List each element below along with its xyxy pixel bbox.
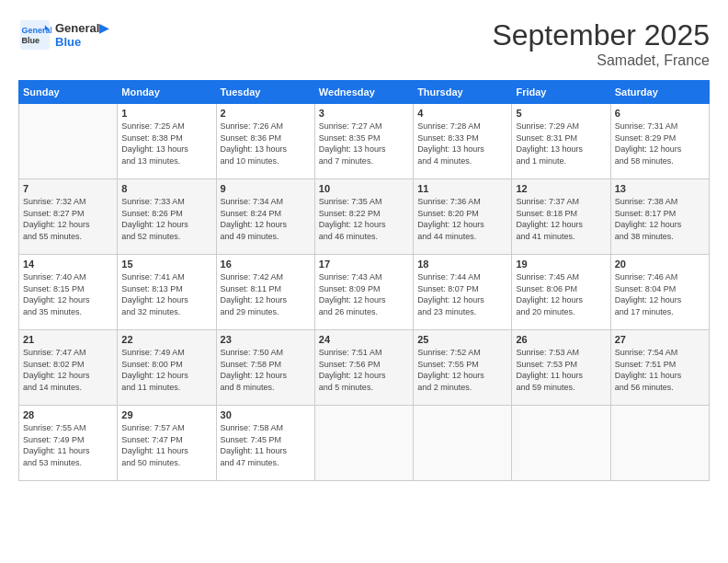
day-cell: 25Sunrise: 7:52 AM Sunset: 7:55 PM Dayli… [414,330,512,406]
page: General Blue General▶ Blue September 202… [0,0,728,563]
day-number: 7 [23,183,113,194]
day-cell [610,406,709,481]
day-cell: 8Sunrise: 7:33 AM Sunset: 8:26 PM Daylig… [118,179,216,255]
week-row-1: 1Sunrise: 7:25 AM Sunset: 8:38 PM Daylig… [19,104,710,179]
day-number: 26 [516,334,606,345]
location: Samadet, France [492,52,710,69]
day-number: 23 [221,334,311,345]
day-number: 19 [516,259,606,270]
day-cell: 5Sunrise: 7:29 AM Sunset: 8:31 PM Daylig… [512,104,610,179]
day-info: Sunrise: 7:49 AM Sunset: 8:00 PM Dayligh… [121,347,211,393]
day-number: 17 [319,259,409,270]
day-number: 8 [121,183,211,194]
day-cell: 26Sunrise: 7:53 AM Sunset: 7:53 PM Dayli… [512,330,610,406]
day-number: 13 [615,183,705,194]
day-cell: 18Sunrise: 7:44 AM Sunset: 8:07 PM Dayli… [414,255,512,330]
logo-text: General▶ Blue [55,21,108,49]
day-number: 11 [417,183,507,194]
day-info: Sunrise: 7:45 AM Sunset: 8:06 PM Dayligh… [516,271,606,317]
day-cell: 10Sunrise: 7:35 AM Sunset: 8:22 PM Dayli… [314,179,413,255]
day-cell: 21Sunrise: 7:47 AM Sunset: 8:02 PM Dayli… [19,330,118,406]
day-info: Sunrise: 7:26 AM Sunset: 8:36 PM Dayligh… [221,121,311,167]
day-info: Sunrise: 7:51 AM Sunset: 7:56 PM Dayligh… [319,347,409,393]
weekday-header-friday: Friday [512,81,610,104]
day-info: Sunrise: 7:40 AM Sunset: 8:15 PM Dayligh… [23,271,113,317]
day-info: Sunrise: 7:29 AM Sunset: 8:31 PM Dayligh… [516,121,606,167]
day-number: 20 [615,259,705,270]
day-cell: 20Sunrise: 7:46 AM Sunset: 8:04 PM Dayli… [610,255,709,330]
day-info: Sunrise: 7:44 AM Sunset: 8:07 PM Dayligh… [417,271,507,317]
day-number: 29 [121,409,211,420]
day-info: Sunrise: 7:34 AM Sunset: 8:24 PM Dayligh… [221,196,311,242]
day-cell: 11Sunrise: 7:36 AM Sunset: 8:20 PM Dayli… [414,179,512,255]
header: General Blue General▶ Blue September 202… [18,18,710,69]
day-number: 15 [121,259,211,270]
day-number: 21 [23,334,113,345]
title-section: September 2025 Samadet, France [492,18,710,69]
day-info: Sunrise: 7:36 AM Sunset: 8:20 PM Dayligh… [417,196,507,242]
day-cell [414,406,512,481]
day-info: Sunrise: 7:38 AM Sunset: 8:17 PM Dayligh… [615,196,705,242]
day-number: 27 [615,334,705,345]
day-number: 28 [23,409,113,420]
day-cell: 30Sunrise: 7:58 AM Sunset: 7:45 PM Dayli… [216,406,314,481]
day-number: 9 [221,183,311,194]
day-cell [314,406,413,481]
day-cell: 7Sunrise: 7:32 AM Sunset: 8:27 PM Daylig… [19,179,118,255]
day-info: Sunrise: 7:52 AM Sunset: 7:55 PM Dayligh… [417,347,507,393]
weekday-header-wednesday: Wednesday [314,81,413,104]
day-cell: 1Sunrise: 7:25 AM Sunset: 8:38 PM Daylig… [118,104,216,179]
logo: General Blue General▶ Blue [18,18,108,52]
day-cell: 3Sunrise: 7:27 AM Sunset: 8:35 PM Daylig… [314,104,413,179]
day-cell: 16Sunrise: 7:42 AM Sunset: 8:11 PM Dayli… [216,255,314,330]
day-info: Sunrise: 7:55 AM Sunset: 7:49 PM Dayligh… [23,422,113,468]
day-info: Sunrise: 7:58 AM Sunset: 7:45 PM Dayligh… [221,422,311,468]
day-info: Sunrise: 7:50 AM Sunset: 7:58 PM Dayligh… [221,347,311,393]
day-cell: 29Sunrise: 7:57 AM Sunset: 7:47 PM Dayli… [118,406,216,481]
day-cell: 14Sunrise: 7:40 AM Sunset: 8:15 PM Dayli… [19,255,118,330]
day-number: 10 [319,183,409,194]
calendar: SundayMondayTuesdayWednesdayThursdayFrid… [18,80,710,481]
weekday-header-monday: Monday [118,81,216,104]
day-number: 30 [221,409,311,420]
day-number: 12 [516,183,606,194]
day-cell: 12Sunrise: 7:37 AM Sunset: 8:18 PM Dayli… [512,179,610,255]
day-info: Sunrise: 7:46 AM Sunset: 8:04 PM Dayligh… [615,271,705,317]
day-cell: 4Sunrise: 7:28 AM Sunset: 8:33 PM Daylig… [414,104,512,179]
day-cell: 2Sunrise: 7:26 AM Sunset: 8:36 PM Daylig… [216,104,314,179]
week-row-2: 7Sunrise: 7:32 AM Sunset: 8:27 PM Daylig… [19,179,710,255]
day-info: Sunrise: 7:47 AM Sunset: 8:02 PM Dayligh… [23,347,113,393]
day-number: 5 [516,108,606,119]
day-number: 18 [417,259,507,270]
day-number: 16 [221,259,311,270]
weekday-header-thursday: Thursday [414,81,512,104]
day-cell [512,406,610,481]
day-cell: 19Sunrise: 7:45 AM Sunset: 8:06 PM Dayli… [512,255,610,330]
day-info: Sunrise: 7:25 AM Sunset: 8:38 PM Dayligh… [121,121,211,167]
day-info: Sunrise: 7:41 AM Sunset: 8:13 PM Dayligh… [121,271,211,317]
day-cell: 17Sunrise: 7:43 AM Sunset: 8:09 PM Dayli… [314,255,413,330]
day-number: 1 [121,108,211,119]
month-title: September 2025 [492,18,710,52]
day-info: Sunrise: 7:43 AM Sunset: 8:09 PM Dayligh… [319,271,409,317]
day-info: Sunrise: 7:57 AM Sunset: 7:47 PM Dayligh… [121,422,211,468]
day-cell: 6Sunrise: 7:31 AM Sunset: 8:29 PM Daylig… [610,104,709,179]
day-info: Sunrise: 7:31 AM Sunset: 8:29 PM Dayligh… [615,121,705,167]
day-number: 4 [417,108,507,119]
day-cell: 15Sunrise: 7:41 AM Sunset: 8:13 PM Dayli… [118,255,216,330]
day-info: Sunrise: 7:28 AM Sunset: 8:33 PM Dayligh… [417,121,507,167]
day-cell: 13Sunrise: 7:38 AM Sunset: 8:17 PM Dayli… [610,179,709,255]
day-number: 25 [417,334,507,345]
day-number: 6 [615,108,705,119]
day-cell: 28Sunrise: 7:55 AM Sunset: 7:49 PM Dayli… [19,406,118,481]
day-info: Sunrise: 7:27 AM Sunset: 8:35 PM Dayligh… [319,121,409,167]
day-cell [19,104,118,179]
day-info: Sunrise: 7:42 AM Sunset: 8:11 PM Dayligh… [221,271,311,317]
day-number: 24 [319,334,409,345]
day-number: 22 [121,334,211,345]
svg-text:Blue: Blue [22,36,40,45]
day-info: Sunrise: 7:35 AM Sunset: 8:22 PM Dayligh… [319,196,409,242]
weekday-header-tuesday: Tuesday [216,81,314,104]
day-number: 3 [319,108,409,119]
day-number: 14 [23,259,113,270]
